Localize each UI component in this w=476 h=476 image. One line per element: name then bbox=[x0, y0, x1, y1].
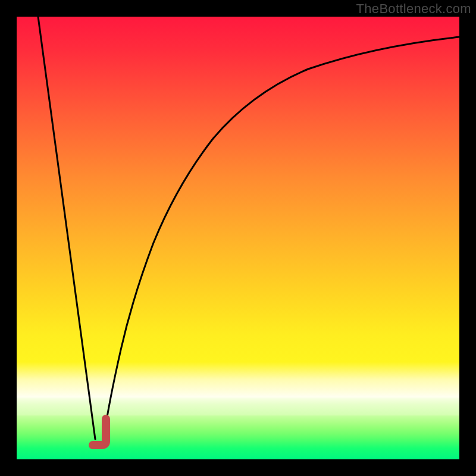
ascending-curve bbox=[104, 37, 459, 439]
descending-line bbox=[38, 17, 95, 439]
watermark-text: TheBottleneck.com bbox=[356, 1, 471, 17]
plot-area bbox=[17, 17, 459, 459]
chart-frame: TheBottleneck.com bbox=[0, 0, 476, 476]
curve-svg bbox=[17, 17, 459, 459]
